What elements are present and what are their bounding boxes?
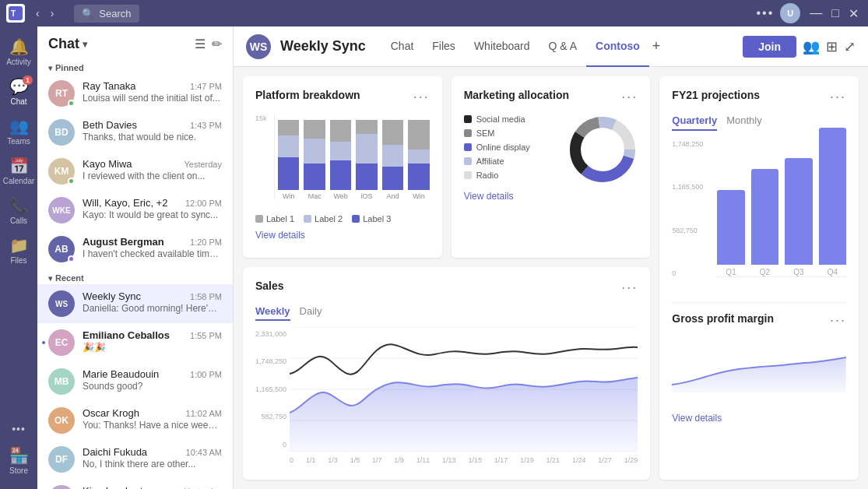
- nav-arrows[interactable]: ‹ ›: [31, 5, 58, 21]
- sales-card-title: Sales: [255, 280, 284, 292]
- legend-radio: Radio: [464, 171, 562, 180]
- chat-item-ray-tanaka[interactable]: RT Ray Tanaka 1:47 PM Louisa will send t…: [37, 74, 233, 113]
- chat-item-preview: 🎉🎉: [83, 342, 222, 353]
- minimize-button[interactable]: —: [807, 6, 825, 21]
- chat-item-kayo-miwa[interactable]: KM Kayo Miwa Yesterday I reviewed with t…: [37, 152, 233, 191]
- back-button[interactable]: ‹: [31, 5, 44, 21]
- chat-item-beth-davies[interactable]: BD Beth Davies 1:43 PM Thanks, that woul…: [37, 113, 233, 152]
- chat-panel-header: Chat ▾ ☰ ✏: [37, 26, 233, 58]
- grid-icon[interactable]: ⊞: [826, 38, 838, 55]
- marketing-card: Marketing allocation ··· Social media SE…: [452, 76, 651, 258]
- header-icons: 👥 ⊞ ⤢: [803, 38, 856, 55]
- chat-item-name: Kayo Miwa: [83, 158, 132, 170]
- add-tab-button[interactable]: +: [649, 38, 664, 55]
- sidebar-item-activity[interactable]: 🔔 Activity: [0, 33, 37, 71]
- participants-icon[interactable]: 👥: [803, 38, 820, 55]
- status-indicator: [68, 100, 75, 107]
- channel-tabs: Chat Files Whiteboard Q & A Contoso +: [381, 26, 664, 67]
- tab-contoso[interactable]: Contoso: [586, 26, 649, 67]
- tab-quarterly[interactable]: Quarterly: [672, 114, 717, 131]
- gp-section: Gross profit margin ···: [672, 302, 846, 424]
- tab-qa[interactable]: Q & A: [539, 26, 586, 67]
- activity-icon: 🔔: [9, 37, 29, 56]
- chat-item-daichi[interactable]: DF Daichi Fukuda 10:43 AM No, I think th…: [37, 440, 233, 479]
- filter-icon[interactable]: ☰: [195, 37, 206, 51]
- sidebar-label-files: Files: [10, 256, 26, 265]
- sidebar-item-chat[interactable]: 1 💬 Chat: [0, 72, 37, 111]
- marketing-card-more[interactable]: ···: [621, 89, 638, 105]
- forward-button[interactable]: ›: [46, 5, 59, 21]
- sidebar-item-calendar[interactable]: 📅 Calendar: [0, 152, 37, 190]
- chat-item-content: Marie Beaudouin 1:00 PM Sounds good?: [83, 368, 222, 392]
- avatar: KL: [48, 485, 75, 489]
- tab-daily[interactable]: Daily: [300, 305, 322, 321]
- chat-item-weekly-sync[interactable]: WS Weekly Sync 1:58 PM Daniella: Good mo…: [37, 284, 233, 323]
- chat-item-oscar[interactable]: OK Oscar Krogh 11:02 AM You: Thanks! Hav…: [37, 401, 233, 440]
- chat-item-content: Weekly Sync 1:58 PM Daniella: Good morni…: [83, 290, 222, 314]
- sidebar-item-more[interactable]: •••: [0, 418, 37, 440]
- bar-group-and: And: [382, 120, 403, 200]
- platform-card-title: Platform breakdown: [255, 89, 360, 101]
- avatar-wrap: BD: [48, 119, 75, 146]
- chat-item-content: Daichi Fukuda 10:43 AM No, I think there…: [83, 446, 222, 470]
- svg-text:T: T: [11, 9, 16, 18]
- chat-item-name: Daichi Fukuda: [83, 446, 147, 458]
- bar-group-web: Web: [330, 120, 351, 200]
- chat-item-time: Yesterday: [184, 160, 222, 169]
- avatar-wrap: WS: [48, 290, 75, 317]
- sales-y-axis: 2,331,000 1,748,250 1,165,500 582,750 0: [255, 327, 286, 452]
- user-avatar[interactable]: U: [780, 3, 800, 23]
- chat-badge: 1: [23, 76, 33, 85]
- sidebar-item-files[interactable]: 📁 Files: [0, 231, 37, 269]
- chat-item-kian[interactable]: KL Kian Lambert Yesterday Have you run t…: [37, 479, 233, 489]
- chat-item-time: 10:43 AM: [186, 448, 222, 457]
- gp-view-details[interactable]: View details: [672, 413, 722, 424]
- tab-chat[interactable]: Chat: [381, 26, 423, 67]
- chat-item-august-bergman[interactable]: AB August Bergman 1:20 PM I haven't chec…: [37, 230, 233, 269]
- gp-more[interactable]: ···: [830, 312, 846, 329]
- sidebar-label-teams: Teams: [7, 137, 30, 146]
- marketing-view-details[interactable]: View details: [464, 191, 514, 202]
- sidebar-item-store[interactable]: 🏪 Store: [0, 442, 37, 480]
- y-label-low: 582,750: [672, 227, 703, 234]
- chat-item-group-will[interactable]: WKE Will, Kayo, Eric, +2 12:00 PM Kayo: …: [37, 191, 233, 230]
- search-bar[interactable]: 🔍 Search: [74, 5, 139, 23]
- search-placeholder: Search: [99, 8, 131, 19]
- sidebar-item-teams[interactable]: 👥 Teams: [0, 112, 37, 150]
- avatar-wrap: KL: [48, 485, 75, 489]
- chat-item-content: Kian Lambert Yesterday Have you run this…: [83, 485, 222, 489]
- avatar-wrap: WKE: [48, 197, 75, 223]
- close-button[interactable]: ✕: [845, 6, 862, 21]
- tab-files[interactable]: Files: [423, 26, 465, 67]
- tab-whiteboard[interactable]: Whiteboard: [465, 26, 539, 67]
- join-button[interactable]: Join: [743, 36, 796, 58]
- expand-icon[interactable]: ⤢: [844, 38, 856, 55]
- tab-monthly[interactable]: Monthly: [726, 114, 762, 131]
- maximize-button[interactable]: □: [828, 6, 842, 21]
- fy21-card-more[interactable]: ···: [830, 89, 846, 105]
- gp-card-header: Gross profit margin ···: [672, 312, 846, 329]
- dashboard: Platform breakdown ··· 15k: [234, 67, 868, 489]
- platform-view-details[interactable]: View details: [255, 230, 305, 241]
- chat-item-emiliano[interactable]: EC Emiliano Ceballos 1:55 PM 🎉🎉: [37, 323, 233, 362]
- avatar-wrap: RT: [48, 80, 75, 107]
- sales-card-more[interactable]: ···: [621, 280, 638, 296]
- sidebar-item-calls[interactable]: 📞 Calls: [0, 192, 37, 230]
- sidebar-label-store: Store: [9, 466, 28, 475]
- status-indicator: [68, 178, 75, 185]
- compose-icon[interactable]: ✏: [212, 37, 222, 51]
- teams-icon: 👥: [9, 117, 29, 135]
- sales-chart-area: 0 1/1 1/3 1/5 1/7 1/9 1/11 1/13 1/15 1/1…: [290, 327, 638, 464]
- sales-card: Sales ··· Weekly Daily 2,331,000 1,748,2…: [243, 267, 650, 480]
- content-header-left: WS Weekly Sync Chat Files Whiteboard Q &…: [246, 26, 663, 67]
- platform-bar-chart: 15k Win: [255, 114, 430, 208]
- chat-item-content: Will, Kayo, Eric, +2 12:00 PM Kayo: It w…: [83, 197, 222, 220]
- platform-card-more[interactable]: ···: [413, 89, 430, 105]
- more-options-icon[interactable]: •••: [757, 6, 775, 20]
- chat-item-marie[interactable]: MB Marie Beaudouin 1:00 PM Sounds good?: [37, 362, 233, 401]
- chat-item-time: 1:55 PM: [190, 331, 222, 340]
- avatar-wrap: OK: [48, 407, 75, 434]
- chat-panel-title: Chat ▾: [48, 36, 87, 52]
- tab-weekly[interactable]: Weekly: [255, 305, 290, 321]
- gp-title: Gross profit margin: [672, 312, 774, 325]
